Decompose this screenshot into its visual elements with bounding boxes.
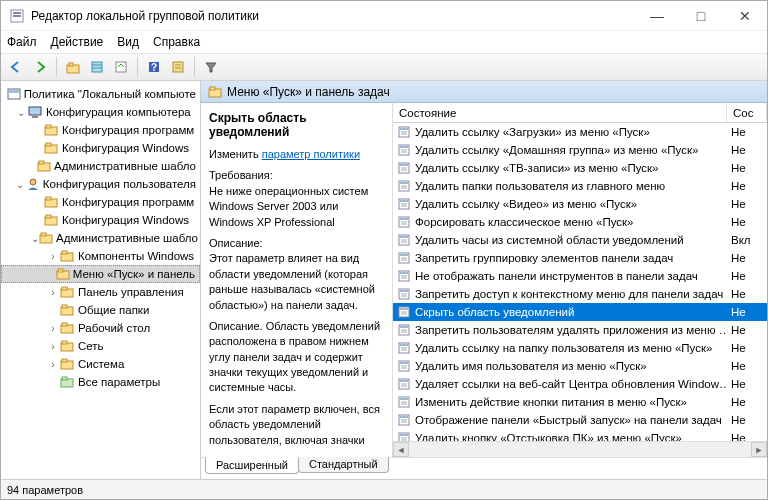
filter-button[interactable] — [200, 56, 222, 78]
back-button[interactable] — [5, 56, 27, 78]
list-row[interactable]: Удалить папки пользователя из главного м… — [393, 177, 767, 195]
svg-rect-86 — [400, 290, 408, 292]
expand-icon[interactable]: › — [47, 251, 59, 262]
edit-policy-link[interactable]: параметр политики — [262, 148, 360, 160]
svg-rect-34 — [58, 269, 63, 272]
help-button[interactable]: ? — [143, 56, 165, 78]
tree-node[interactable]: ›Панель управления — [1, 283, 200, 301]
row-status: Не — [727, 360, 767, 372]
list-row[interactable]: Скрыть область уведомленийНе — [393, 303, 767, 321]
svg-rect-11 — [173, 62, 183, 72]
expand-icon[interactable]: ⌄ — [15, 107, 27, 118]
list-row[interactable]: Удалить ссылку «ТВ-записи» из меню «Пуск… — [393, 159, 767, 177]
tree-node[interactable]: Административные шабло — [1, 157, 200, 175]
svg-rect-48 — [210, 87, 215, 90]
tree-node[interactable]: ⌄Конфигурация компьютера — [1, 103, 200, 121]
row-label: Отображение панели «Быстрый запуск» на п… — [415, 414, 722, 426]
svg-rect-2 — [13, 15, 21, 17]
list-row[interactable]: Удалить ссылку «Загрузки» из меню «Пуск»… — [393, 123, 767, 141]
list-row[interactable]: Удалить имя пользователя из меню «Пуск»Н… — [393, 357, 767, 375]
tree-node[interactable]: Конфигурация Windows — [1, 211, 200, 229]
col-status[interactable]: Сос — [727, 103, 767, 122]
tree-node[interactable]: ›Сеть — [1, 337, 200, 355]
tree-node[interactable]: Меню «Пуск» и панель — [1, 265, 200, 283]
folder-icon — [59, 248, 75, 264]
tree-node[interactable]: ⌄Административные шабло — [1, 229, 200, 247]
list-row[interactable]: Отображение панели «Быстрый запуск» на п… — [393, 411, 767, 429]
close-button[interactable]: ✕ — [723, 1, 767, 31]
up-button[interactable] — [62, 56, 84, 78]
expand-icon[interactable]: › — [47, 323, 59, 334]
tree-root[interactable]: Политика "Локальный компьюте — [1, 85, 200, 103]
tree-label: Конфигурация программ — [62, 196, 194, 208]
tree-node[interactable]: ›Компоненты Windows — [1, 247, 200, 265]
list-row[interactable]: Не отображать панели инструментов в пане… — [393, 267, 767, 285]
horizontal-scrollbar[interactable]: ◄ ► — [393, 441, 767, 457]
tree-node[interactable]: Конфигурация Windows — [1, 139, 200, 157]
row-label: Удалить ссылку «Домашняя группа» из меню… — [415, 144, 698, 156]
policy-item-icon — [397, 251, 411, 265]
row-label: Форсировать классическое меню «Пуск» — [415, 216, 633, 228]
export-button[interactable] — [110, 56, 132, 78]
tree-node[interactable]: ⌄Конфигурация пользователя — [1, 175, 200, 193]
scroll-right-icon[interactable]: ► — [751, 442, 767, 457]
row-status: Не — [727, 270, 767, 282]
list-row[interactable]: Удаляет ссылки на веб-сайт Центра обновл… — [393, 375, 767, 393]
list-row[interactable]: Запретить доступ к контекстному меню для… — [393, 285, 767, 303]
menu-view[interactable]: Вид — [117, 35, 139, 49]
tab-standard[interactable]: Стандартный — [298, 457, 389, 473]
list-row[interactable]: Удалить ссылку на папку пользователя из … — [393, 339, 767, 357]
tree-node[interactable]: Общие папки — [1, 301, 200, 319]
minimize-button[interactable]: — — [635, 1, 679, 31]
list-row[interactable]: Удалить ссылку «Домашняя группа» из меню… — [393, 141, 767, 159]
list-row[interactable]: Удалить кнопку «Отстыковка ПК» из меню «… — [393, 429, 767, 441]
svg-rect-36 — [62, 287, 67, 290]
expand-icon[interactable]: ⌄ — [15, 179, 26, 190]
tree-node[interactable]: ›Система — [1, 355, 200, 373]
svg-rect-40 — [62, 323, 67, 326]
svg-rect-62 — [400, 182, 408, 184]
row-label: Не отображать панели инструментов в пане… — [415, 270, 698, 282]
row-label: Запретить доступ к контекстному меню для… — [415, 288, 723, 300]
tree-node[interactable]: Все параметры — [1, 373, 200, 391]
list-row[interactable]: Удалить часы из системной области уведом… — [393, 231, 767, 249]
window-title: Редактор локальной групповой политики — [31, 9, 635, 23]
policy-icon — [7, 86, 21, 102]
svg-rect-118 — [400, 434, 408, 436]
svg-rect-17 — [32, 116, 38, 118]
maximize-button[interactable]: □ — [679, 1, 723, 31]
expand-icon[interactable]: ⌄ — [31, 233, 39, 244]
policy-item-icon — [397, 197, 411, 211]
tab-extended[interactable]: Расширенный — [205, 457, 299, 474]
list-row[interactable]: Запретить пользователям удалять приложен… — [393, 321, 767, 339]
list-row[interactable]: Удалить ссылку «Видео» из меню «Пуск»Не — [393, 195, 767, 213]
folder-icon — [26, 176, 40, 192]
list-row[interactable]: Запретить группировку элементов панели з… — [393, 249, 767, 267]
policy-item-icon — [397, 179, 411, 193]
tree-node[interactable]: Конфигурация программ — [1, 193, 200, 211]
view-list-button[interactable] — [86, 56, 108, 78]
expand-icon[interactable]: › — [47, 359, 59, 370]
folder-icon — [59, 302, 75, 318]
tree-pane[interactable]: Политика "Локальный компьюте ⌄Конфигурац… — [1, 81, 201, 479]
list-row[interactable]: Изменить действие кнопки питания в меню … — [393, 393, 767, 411]
properties-button[interactable] — [167, 56, 189, 78]
col-state[interactable]: Состояние — [393, 103, 727, 122]
menu-help[interactable]: Справка — [153, 35, 200, 49]
svg-rect-70 — [400, 218, 408, 220]
forward-button[interactable] — [29, 56, 51, 78]
list-row[interactable]: Форсировать классическое меню «Пуск»Не — [393, 213, 767, 231]
expand-icon[interactable]: › — [47, 287, 59, 298]
svg-rect-74 — [400, 236, 408, 238]
menu-file[interactable]: Файл — [7, 35, 37, 49]
row-status: Не — [727, 216, 767, 228]
svg-rect-30 — [41, 233, 46, 236]
tree-node[interactable]: ›Рабочий стол — [1, 319, 200, 337]
expand-icon[interactable]: › — [47, 341, 59, 352]
svg-rect-15 — [9, 90, 19, 93]
menu-action[interactable]: Действие — [51, 35, 104, 49]
svg-rect-23 — [39, 161, 44, 164]
list-body[interactable]: Удалить ссылку «Загрузки» из меню «Пуск»… — [393, 123, 767, 441]
scroll-left-icon[interactable]: ◄ — [393, 442, 409, 457]
tree-node[interactable]: Конфигурация программ — [1, 121, 200, 139]
